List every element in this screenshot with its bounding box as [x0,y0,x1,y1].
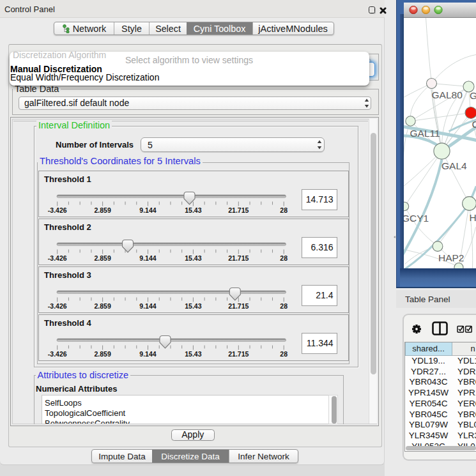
svg-text:GAL11: GAL11 [410,127,440,138]
svg-text:9.144: 9.144 [139,206,156,214]
svg-text:21.715: 21.715 [228,254,249,262]
svg-text:28: 28 [280,350,288,358]
svg-text:28: 28 [280,206,288,214]
svg-text:15.43: 15.43 [185,206,201,214]
svg-text:21.715: 21.715 [228,302,249,310]
svg-text:GAL4: GAL4 [441,160,467,171]
svg-text:28: 28 [280,254,288,262]
svg-text:-3.426: -3.426 [47,350,66,358]
svg-text:15.43: 15.43 [185,302,201,310]
svg-text:21.715: 21.715 [228,350,249,358]
svg-text:21.715: 21.715 [228,206,249,214]
svg-text:2.859: 2.859 [94,350,111,358]
svg-text:15.43: 15.43 [185,254,201,262]
svg-text:15.43: 15.43 [185,350,201,358]
svg-text:28: 28 [280,302,288,310]
svg-text:2.859: 2.859 [94,206,111,214]
svg-text:-3.426: -3.426 [47,206,66,214]
svg-text:9.144: 9.144 [139,254,156,262]
svg-text:GCY1: GCY1 [404,212,429,223]
svg-text:GA: GA [470,89,476,100]
svg-text:GAL80: GAL80 [431,89,463,100]
svg-text:9.144: 9.144 [139,350,156,358]
svg-text:2.859: 2.859 [94,302,111,310]
svg-text:HAP2: HAP2 [438,252,464,263]
svg-text:2.859: 2.859 [94,254,111,262]
svg-text:C: C [472,119,476,130]
svg-text:9.144: 9.144 [139,302,156,310]
svg-text:H: H [469,211,476,222]
svg-text:-3.426: -3.426 [47,254,66,262]
svg-text:-3.426: -3.426 [47,302,66,310]
